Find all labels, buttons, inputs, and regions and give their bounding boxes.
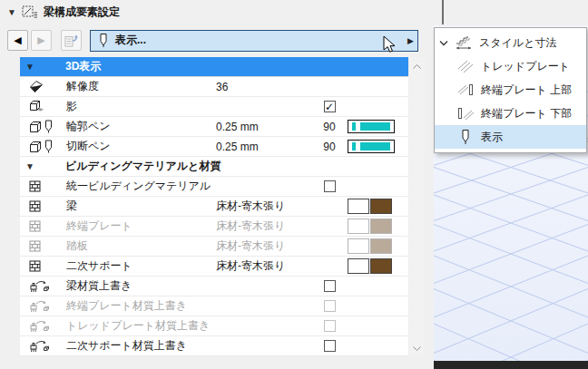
beam-surface-swatch[interactable]: [370, 199, 392, 214]
row-label: 踏板: [66, 238, 216, 254]
end-plate-top-icon: [457, 83, 474, 96]
forward-button[interactable]: ▶: [31, 30, 52, 51]
end-plate-material-value: 床材-寄木張り: [216, 218, 311, 234]
row-icons: [20, 180, 66, 192]
row-tread-plate-material-override[interactable]: トレッドプレート材質上書き: [20, 316, 408, 336]
material-override-icon: [29, 279, 51, 294]
settings-scrollbar[interactable]: [409, 57, 425, 357]
transfer-settings-button[interactable]: [61, 30, 82, 51]
row-label: 二次サポート: [66, 258, 216, 274]
end-plate-surface-swatch: [370, 218, 392, 234]
scroll-up-icon[interactable]: [409, 59, 425, 73]
contour-pen-color-swatch[interactable]: [348, 120, 395, 133]
row-label: 輪郭ペン: [66, 119, 216, 134]
tread-material-value: 床材-寄木張り: [216, 238, 311, 254]
styles-dimensions-icon: [455, 35, 473, 50]
row-label: 解像度: [66, 79, 216, 94]
row-cut-pen[interactable]: 切断ペン 0.25 mm 90: [20, 137, 408, 157]
row-icons: [20, 220, 66, 232]
component-selector-dropdown[interactable]: 表示... ▶: [90, 30, 418, 52]
row-tread-material[interactable]: 踏板 床材-寄木張り: [20, 237, 408, 257]
scroll-down-icon[interactable]: [409, 341, 425, 355]
menu-item-end-plate-bottom[interactable]: 終端プレート 下部: [435, 102, 586, 125]
end-plate-bottom-icon: [457, 107, 474, 120]
beam-settings-icon: [22, 5, 38, 19]
row-secondary-support-material[interactable]: 二次サポート 床材-寄木張り: [20, 257, 408, 277]
tread-plate-override-checkbox: [324, 320, 336, 332]
selected-component-label: 表示...: [115, 33, 146, 48]
panel-header: ▼ 梁構成要素設定: [0, 0, 427, 24]
secondary-support-surface-swatch[interactable]: [370, 258, 392, 274]
material-override-icon: [29, 339, 51, 354]
menu-item-label: 表示: [481, 130, 503, 145]
row-label: 統一ビルディングマテリアル: [66, 179, 216, 194]
row-uniform-material[interactable]: 統一ビルディングマテリアル: [20, 177, 408, 197]
back-button[interactable]: ◀: [7, 30, 28, 51]
secondary-support-material-value[interactable]: 床材-寄木張り: [216, 258, 311, 274]
row-icons: [20, 120, 66, 133]
cube-shadow-icon: [29, 100, 44, 113]
cut-pen-color-swatch[interactable]: [348, 140, 395, 153]
row-label: 梁材質上書き: [66, 278, 216, 294]
section-header-materials[interactable]: ▼ ビルディングマテリアルと材質: [20, 157, 408, 177]
panel-title: 梁構成要素設定: [44, 5, 120, 20]
row-icons: [20, 240, 66, 252]
resolution-value[interactable]: 36: [216, 81, 311, 93]
section-header-3d-display[interactable]: ▼ 3D表示: [20, 57, 408, 77]
row-icons: [20, 339, 66, 354]
row-label: 終端プレート材質上書き: [66, 298, 216, 314]
section-label: ビルディングマテリアルと材質: [65, 159, 220, 174]
beam-cut-fill-swatch[interactable]: [348, 199, 369, 214]
section-label: 3D表示: [65, 59, 101, 74]
row-end-plate-material[interactable]: 終端プレート 床材-寄木張り: [20, 217, 408, 237]
toolbar: ◀ ▶ 表示... ▶: [0, 25, 427, 55]
menu-item-styles-dimensions[interactable]: スタイルと寸法: [435, 31, 586, 54]
row-end-plate-material-override[interactable]: 終端プレート材質上書き: [20, 296, 408, 316]
beam-material-value[interactable]: 床材-寄木張り: [216, 199, 311, 214]
row-label: 二次サポート材質上書き: [66, 338, 216, 354]
secondary-support-override-checkbox[interactable]: [324, 340, 336, 352]
menu-item-display[interactable]: 表示: [435, 125, 586, 149]
cut-pen-weight[interactable]: 0.25 mm: [216, 141, 311, 153]
row-beam-material[interactable]: 梁 床材-寄木張り: [20, 197, 408, 217]
row-shadow[interactable]: 影 ✓: [20, 97, 408, 117]
end-plate-cut-fill-swatch: [348, 218, 369, 234]
row-label: トレッドプレート材質上書き: [66, 318, 216, 334]
menu-item-label: スタイルと寸法: [479, 35, 556, 51]
contour-pen-index[interactable]: 90: [311, 121, 348, 133]
menu-item-tread-plate[interactable]: トレッドプレート: [435, 54, 586, 78]
menu-item-label: トレッドプレート: [481, 59, 570, 74]
shadow-checkbox[interactable]: ✓: [324, 101, 336, 112]
row-icons: [20, 140, 66, 153]
building-material-icon: [29, 260, 41, 272]
panel-collapse-icon[interactable]: ▼: [7, 8, 16, 17]
secondary-support-cut-fill-swatch[interactable]: [348, 258, 369, 274]
combo-expand-icon[interactable]: ▶: [407, 36, 414, 45]
row-contour-pen[interactable]: 輪郭ペン 0.25 mm 90: [20, 117, 408, 137]
uniform-material-checkbox[interactable]: [324, 180, 336, 192]
section-collapse-icon[interactable]: ▼: [25, 63, 38, 72]
forward-arrow-icon: ▶: [37, 35, 44, 45]
row-icons: [20, 319, 66, 334]
section-collapse-icon[interactable]: ▼: [25, 162, 38, 171]
material-override-icon: [29, 299, 51, 314]
menu-item-end-plate-top[interactable]: 終端プレート 上部: [435, 78, 586, 102]
mouse-cursor: [383, 35, 396, 53]
cube-icon: [29, 141, 42, 153]
pen-icon: [44, 120, 53, 133]
transfer-settings-icon: [64, 34, 79, 48]
beam-override-checkbox[interactable]: [324, 280, 336, 292]
row-resolution[interactable]: 解像度 36: [20, 77, 408, 97]
chevron-down-icon: [439, 40, 448, 46]
material-override-icon: [29, 319, 51, 334]
row-label: 終端プレート: [66, 218, 216, 234]
cut-pen-index[interactable]: 90: [311, 141, 348, 153]
end-plate-override-checkbox: [324, 300, 336, 312]
contour-pen-weight[interactable]: 0.25 mm: [216, 121, 311, 133]
row-beam-material-override[interactable]: 梁材質上書き: [20, 277, 408, 296]
tread-surface-swatch: [370, 238, 392, 254]
row-secondary-support-material-override[interactable]: 二次サポート材質上書き: [20, 336, 408, 356]
pen-icon: [44, 140, 53, 153]
row-label: 切断ペン: [66, 139, 216, 154]
row-icons: [20, 260, 66, 272]
